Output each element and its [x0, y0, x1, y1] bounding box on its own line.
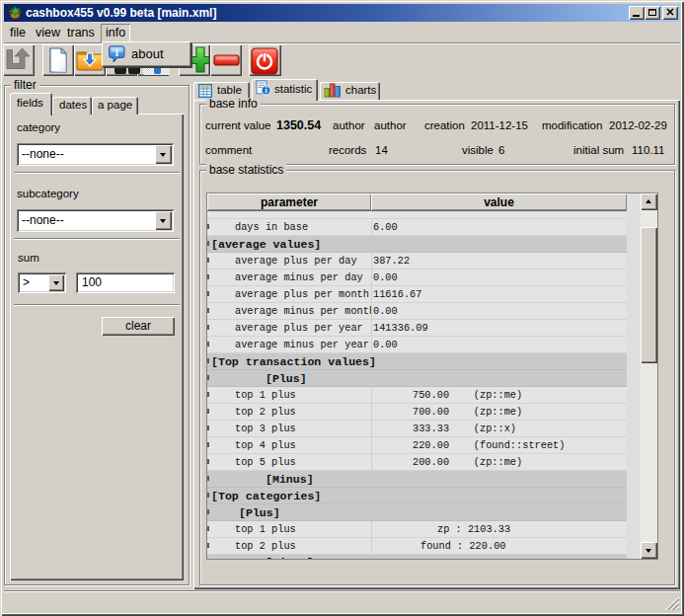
svg-text:i: i: [265, 86, 266, 95]
svg-text:i: i: [115, 46, 118, 58]
